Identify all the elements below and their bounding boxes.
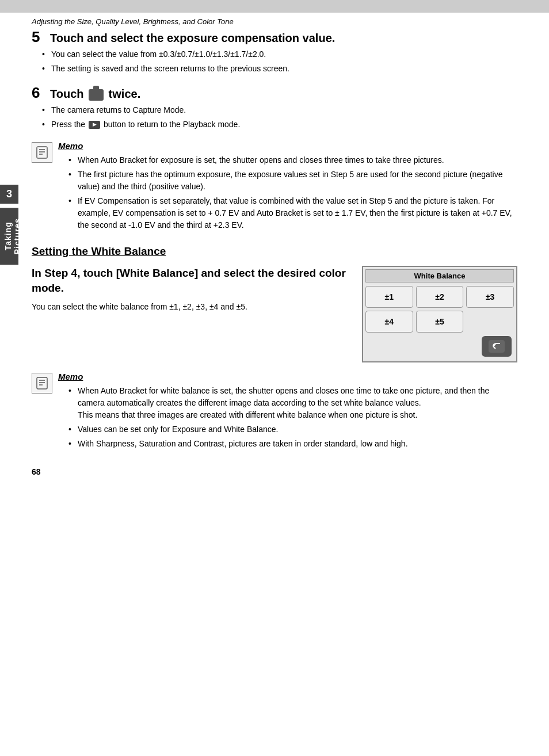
svg-rect-4	[489, 340, 505, 353]
step-6-bullet-1: The camera returns to Capture Mode.	[42, 104, 517, 116]
step-5-bullet-1: You can select the value from ±0.3/±0.7/…	[42, 48, 517, 60]
main-content: 3 Taking Pictures 5 Touch and select the…	[0, 29, 549, 483]
step-5-number: 5	[32, 29, 44, 44]
step-5-bullet-2: The setting is saved and the screen retu…	[42, 63, 517, 75]
memo-2-bullet-3: With Sharpness, Saturation and Contrast,…	[68, 438, 517, 450]
wb-return-row	[365, 336, 514, 359]
step-6-number: 6	[32, 85, 44, 100]
page-number: 68	[32, 467, 41, 476]
playback-icon	[89, 121, 100, 129]
wb-buttons-row2: ±4 ±5	[365, 311, 514, 333]
memo-2-box: Memo When Auto Bracket for white balance…	[32, 372, 517, 452]
step-5-title: Touch and select the exposure compensati…	[50, 32, 335, 45]
step-5-block: 5 Touch and select the exposure compensa…	[32, 29, 517, 75]
memo-1-icon	[32, 142, 52, 163]
memo-2-content: Memo When Auto Bracket for white balance…	[58, 372, 517, 452]
wb-btn-1[interactable]: ±1	[365, 286, 413, 308]
memo-2-title: Memo	[58, 372, 517, 381]
breadcrumb: Adjusting the Size, Quality Level, Brigh…	[0, 13, 549, 29]
memo-1-bullets: When Auto Bracket for exposure is set, t…	[58, 154, 517, 231]
wb-btn-5[interactable]: ±5	[416, 311, 464, 333]
step-6-block: 6 Touch twice. The camera returns to Cap…	[32, 85, 517, 131]
wb-instruction: In Step 4, touch [White Balance] and sel…	[32, 266, 348, 295]
white-balance-section: In Step 4, touch [White Balance] and sel…	[32, 266, 517, 362]
memo-2-bullet-2: Values can be set only for Exposure and …	[68, 423, 517, 436]
wb-btn-3[interactable]: ±3	[466, 286, 514, 308]
step-6-title: Touch twice.	[50, 87, 140, 101]
chapter-title: Taking Pictures	[0, 208, 18, 265]
step-6-header: 6 Touch twice.	[32, 85, 517, 101]
chapter-number: 3	[0, 185, 18, 204]
wb-text: In Step 4, touch [White Balance] and sel…	[32, 266, 348, 313]
memo-2-icon	[32, 373, 52, 394]
wb-panel-title: White Balance	[365, 269, 514, 282]
memo-1-bullet-3: If EV Compensation is set separately, th…	[68, 195, 517, 231]
top-bar	[0, 0, 549, 13]
wb-buttons-row1: ±1 ±2 ±3	[365, 286, 514, 308]
wb-return-button[interactable]	[482, 336, 512, 357]
step-5-bullets: You can select the value from ±0.3/±0.7/…	[32, 48, 517, 75]
memo-1-box: Memo When Auto Bracket for exposure is s…	[32, 141, 517, 234]
step-6-bullet-2: Press the button to return to the Playba…	[42, 119, 517, 131]
wb-btn-4[interactable]: ±4	[365, 311, 413, 333]
memo-1-bullet-1: When Auto Bracket for exposure is set, t…	[68, 154, 517, 166]
step-6-bullets: The camera returns to Capture Mode. Pres…	[32, 104, 517, 131]
return-icon	[489, 340, 505, 353]
wb-btn-empty	[466, 311, 514, 333]
section-heading: Setting the White Balance	[32, 245, 517, 258]
memo-1-bullet-2: The first picture has the optimum exposu…	[68, 169, 517, 193]
memo-1-title: Memo	[58, 141, 517, 151]
wb-panel: White Balance ±1 ±2 ±3 ±4 ±5	[362, 266, 517, 362]
memo-2-bullets: When Auto Bracket for white balance is s…	[58, 385, 517, 450]
memo-1-content: Memo When Auto Bracket for exposure is s…	[58, 141, 517, 234]
svg-rect-5	[37, 377, 47, 389]
wb-btn-2[interactable]: ±2	[416, 286, 464, 308]
memo-2-bullet-1: When Auto Bracket for white balance is s…	[68, 385, 517, 421]
svg-rect-0	[37, 147, 47, 158]
step-5-header: 5 Touch and select the exposure compensa…	[32, 29, 517, 45]
wb-desc: You can select the white balance from ±1…	[32, 301, 348, 313]
